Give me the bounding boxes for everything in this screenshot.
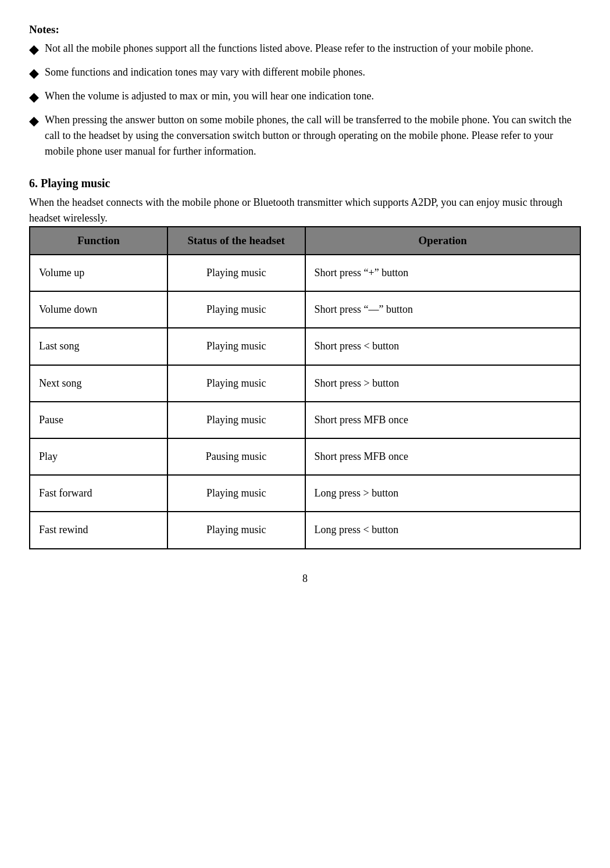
page-number: 8 [29,573,581,585]
table-cell: Short press “+” button [305,255,581,291]
table-cell: Pause [30,402,167,438]
notes-section: Notes: ◆Not all the mobile phones suppor… [29,23,581,159]
intro-text: When the headset connects with the mobil… [29,195,581,226]
table-row: PlayPausing musicShort press MFB once [30,438,580,475]
table-cell: Short press MFB once [305,438,581,475]
table-body: Volume upPlaying musicShort press “+” bu… [30,255,580,549]
table-cell: Long press < button [305,512,581,548]
table-cell: Long press > button [305,475,581,512]
table-row: PausePlaying musicShort press MFB once [30,402,580,438]
table-cell: Pausing music [167,438,305,475]
table-cell: Playing music [167,475,305,512]
table-row: Last songPlaying musicShort press < butt… [30,328,580,365]
notes-list-item: ◆When pressing the answer button on some… [29,112,581,159]
table-cell: Short press “—” button [305,291,581,328]
table-cell: Playing music [167,255,305,291]
table-cell: Volume down [30,291,167,328]
notes-list-item: ◆Some functions and indication tones may… [29,65,581,83]
table-cell: Playing music [167,402,305,438]
table-cell: Fast forward [30,475,167,512]
notes-item-text: When pressing the answer button on some … [45,112,581,159]
table-row: Next songPlaying musicShort press > butt… [30,365,580,402]
notes-item-text: When the volume is adjusted to max or mi… [45,88,374,104]
table-cell: Last song [30,328,167,365]
notes-list-item: ◆When the volume is adjusted to max or m… [29,88,581,106]
table-cell: Playing music [167,328,305,365]
bullet-icon: ◆ [29,87,39,106]
table-header-cell: Status of the headset [167,227,305,255]
table-cell: Fast rewind [30,512,167,548]
notes-item-text: Some functions and indication tones may … [45,65,365,80]
notes-title: Notes: [29,23,581,36]
table-header-row: FunctionStatus of the headsetOperation [30,227,580,255]
music-functions-table: FunctionStatus of the headsetOperation V… [29,226,581,549]
table-cell: Play [30,438,167,475]
table-header-cell: Function [30,227,167,255]
table-cell: Short press MFB once [305,402,581,438]
table-cell: Playing music [167,512,305,548]
table-cell: Next song [30,365,167,402]
section-title: 6. Playing music [29,177,581,190]
table-row: Fast forwardPlaying musicLong press > bu… [30,475,580,512]
table-cell: Volume up [30,255,167,291]
notes-list: ◆Not all the mobile phones support all t… [29,41,581,159]
notes-list-item: ◆Not all the mobile phones support all t… [29,41,581,59]
bullet-icon: ◆ [29,63,39,83]
table-cell: Short press < button [305,328,581,365]
table-row: Volume downPlaying musicShort press “—” … [30,291,580,328]
table-cell: Playing music [167,291,305,328]
notes-item-text: Not all the mobile phones support all th… [45,41,533,56]
table-row: Fast rewindPlaying musicLong press < but… [30,512,580,548]
table-header-cell: Operation [305,227,581,255]
table-cell: Playing music [167,365,305,402]
table-cell: Short press > button [305,365,581,402]
bullet-icon: ◆ [29,111,39,130]
table-row: Volume upPlaying musicShort press “+” bu… [30,255,580,291]
bullet-icon: ◆ [29,40,39,59]
